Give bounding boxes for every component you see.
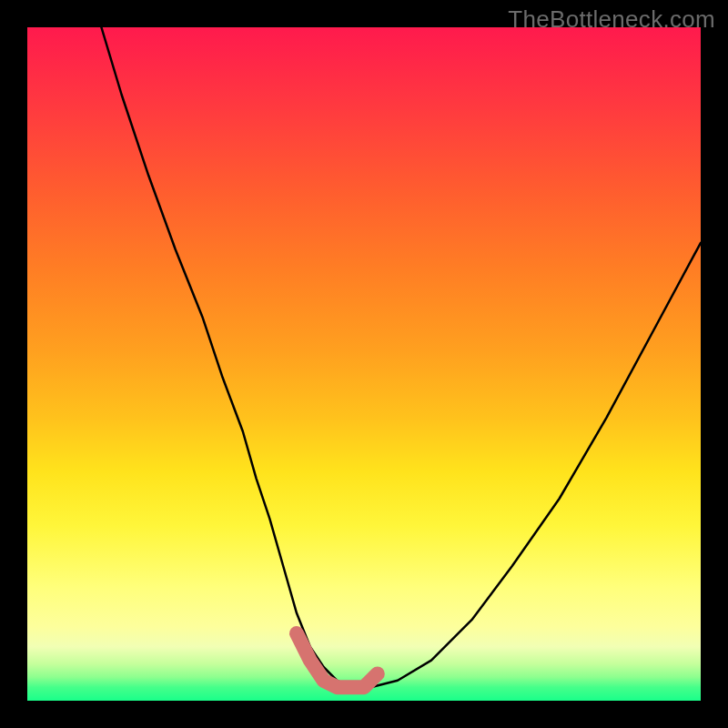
curve-layer — [27, 27, 701, 701]
chart-frame: TheBottleneck.com — [0, 0, 728, 728]
bottom-highlight — [297, 633, 378, 687]
plot-area — [27, 27, 701, 701]
watermark-text: TheBottleneck.com — [508, 5, 715, 34]
bottleneck-curve — [101, 27, 701, 687]
